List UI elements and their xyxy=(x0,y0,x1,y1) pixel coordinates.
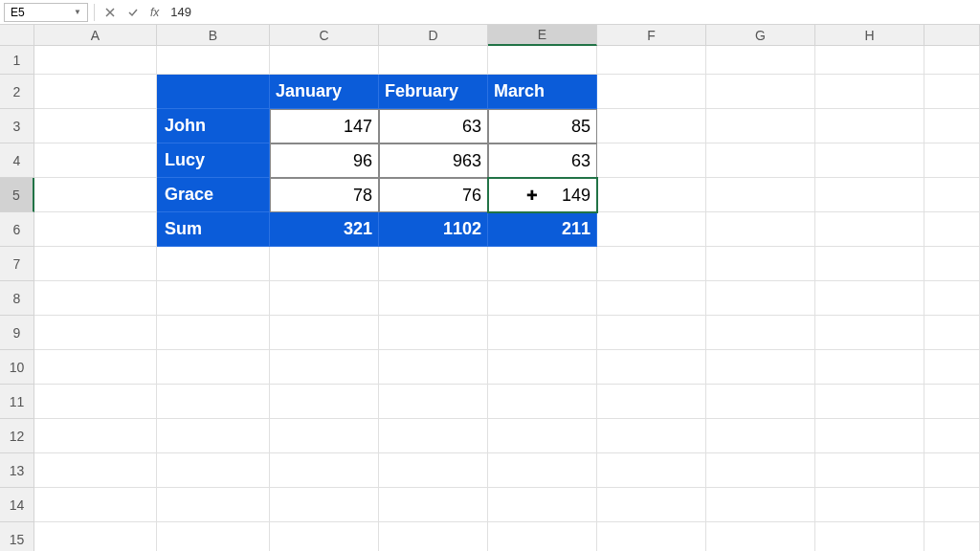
cell-F6[interactable] xyxy=(597,212,706,247)
cell-B11[interactable] xyxy=(157,385,270,419)
cell-F5[interactable] xyxy=(597,178,706,212)
cell-B5[interactable]: Grace xyxy=(157,178,270,212)
cell-B14[interactable] xyxy=(157,488,270,522)
row-header-2[interactable]: 2 xyxy=(0,75,34,109)
cell-B10[interactable] xyxy=(157,350,270,385)
cell-I9[interactable] xyxy=(924,316,980,350)
col-header-F[interactable]: F xyxy=(597,25,706,46)
cell-C3[interactable]: 147 xyxy=(270,109,379,143)
cell-F12[interactable] xyxy=(597,419,706,453)
cell-C14[interactable] xyxy=(270,488,379,522)
col-header-B[interactable]: B xyxy=(157,25,270,46)
cell-A4[interactable] xyxy=(34,143,157,178)
cell-E13[interactable] xyxy=(488,453,597,488)
cell-A12[interactable] xyxy=(34,419,157,453)
cell-D12[interactable] xyxy=(379,419,488,453)
cell-C10[interactable] xyxy=(270,350,379,385)
cell-D1[interactable] xyxy=(379,46,488,75)
cell-C7[interactable] xyxy=(270,247,379,281)
formula-input[interactable] xyxy=(167,3,976,22)
cell-A14[interactable] xyxy=(34,488,157,522)
cell-A10[interactable] xyxy=(34,350,157,385)
cell-F2[interactable] xyxy=(597,75,706,109)
cell-D13[interactable] xyxy=(379,453,488,488)
cell-F7[interactable] xyxy=(597,247,706,281)
fx-icon[interactable]: fx xyxy=(146,6,163,19)
cell-E6[interactable]: 211 xyxy=(488,212,597,247)
cell-G7[interactable] xyxy=(706,247,815,281)
col-header-G[interactable]: G xyxy=(706,25,815,46)
row-header-8[interactable]: 8 xyxy=(0,281,34,316)
row-header-1[interactable]: 1 xyxy=(0,46,34,75)
row-header-4[interactable]: 4 xyxy=(0,143,34,178)
cell-B7[interactable] xyxy=(157,247,270,281)
cell-A13[interactable] xyxy=(34,453,157,488)
cell-H3[interactable] xyxy=(815,109,924,143)
cell-B9[interactable] xyxy=(157,316,270,350)
cell-D15[interactable] xyxy=(379,522,488,551)
col-header-I[interactable] xyxy=(924,25,980,46)
cell-H11[interactable] xyxy=(815,385,924,419)
cell-D5[interactable]: 76 xyxy=(379,178,488,212)
cell-A7[interactable] xyxy=(34,247,157,281)
cell-H4[interactable] xyxy=(815,143,924,178)
cell-F13[interactable] xyxy=(597,453,706,488)
cell-G5[interactable] xyxy=(706,178,815,212)
cell-C12[interactable] xyxy=(270,419,379,453)
cell-D4[interactable]: 963 xyxy=(379,143,488,178)
cell-C8[interactable] xyxy=(270,281,379,316)
cell-D8[interactable] xyxy=(379,281,488,316)
cell-G14[interactable] xyxy=(706,488,815,522)
cell-C15[interactable] xyxy=(270,522,379,551)
cell-E9[interactable] xyxy=(488,316,597,350)
cell-E10[interactable] xyxy=(488,350,597,385)
cell-F4[interactable] xyxy=(597,143,706,178)
row-header-11[interactable]: 11 xyxy=(0,385,34,419)
row-header-7[interactable]: 7 xyxy=(0,247,34,281)
cell-D11[interactable] xyxy=(379,385,488,419)
cell-I7[interactable] xyxy=(924,247,980,281)
cell-D6[interactable]: 1102 xyxy=(379,212,488,247)
row-header-14[interactable]: 14 xyxy=(0,488,34,522)
col-header-C[interactable]: C xyxy=(270,25,379,46)
cell-B15[interactable] xyxy=(157,522,270,551)
cell-I15[interactable] xyxy=(924,522,980,551)
cell-A5[interactable] xyxy=(34,178,157,212)
cell-I6[interactable] xyxy=(924,212,980,247)
cell-E12[interactable] xyxy=(488,419,597,453)
cell-A2[interactable] xyxy=(34,75,157,109)
cell-I4[interactable] xyxy=(924,143,980,178)
cell-F11[interactable] xyxy=(597,385,706,419)
cell-I14[interactable] xyxy=(924,488,980,522)
cell-B3[interactable]: John xyxy=(157,109,270,143)
cell-B13[interactable] xyxy=(157,453,270,488)
cell-C4[interactable]: 96 xyxy=(270,143,379,178)
cell-C1[interactable] xyxy=(270,46,379,75)
col-header-D[interactable]: D xyxy=(379,25,488,46)
cell-I13[interactable] xyxy=(924,453,980,488)
cell-B1[interactable] xyxy=(157,46,270,75)
cell-H13[interactable] xyxy=(815,453,924,488)
cell-E1[interactable] xyxy=(488,46,597,75)
row-header-10[interactable]: 10 xyxy=(0,350,34,385)
cell-E7[interactable] xyxy=(488,247,597,281)
cell-B2[interactable] xyxy=(157,75,270,109)
row-header-6[interactable]: 6 xyxy=(0,212,34,247)
row-header-15[interactable]: 15 xyxy=(0,522,34,551)
row-header-5[interactable]: 5 xyxy=(0,178,34,212)
cell-E15[interactable] xyxy=(488,522,597,551)
cell-G2[interactable] xyxy=(706,75,815,109)
cell-B8[interactable] xyxy=(157,281,270,316)
cell-I3[interactable] xyxy=(924,109,980,143)
cell-I12[interactable] xyxy=(924,419,980,453)
enter-icon[interactable] xyxy=(123,3,143,22)
cell-F8[interactable] xyxy=(597,281,706,316)
col-header-E[interactable]: E xyxy=(488,25,597,46)
cell-G15[interactable] xyxy=(706,522,815,551)
select-all-corner[interactable] xyxy=(0,25,34,46)
cell-A9[interactable] xyxy=(34,316,157,350)
cell-A6[interactable] xyxy=(34,212,157,247)
cell-I1[interactable] xyxy=(924,46,980,75)
cell-B4[interactable]: Lucy xyxy=(157,143,270,178)
cell-H6[interactable] xyxy=(815,212,924,247)
